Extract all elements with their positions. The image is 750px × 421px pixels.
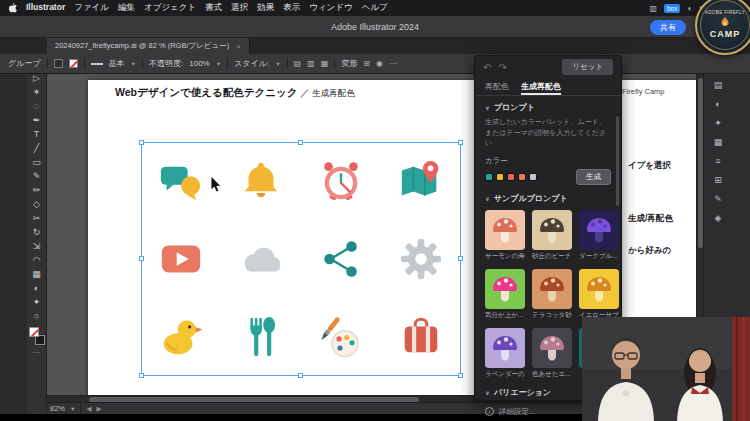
artboards-panel-icon[interactable]: ⊞ [711, 174, 725, 187]
menu-item-0[interactable]: Illustrator [26, 2, 65, 14]
width-tool-icon[interactable]: ◠ [29, 253, 45, 267]
sample-prompt-tile-6[interactable]: ラベンダーの風 [485, 328, 525, 379]
transform-link[interactable]: 変形 [341, 58, 357, 69]
artwork-gear-icon[interactable] [381, 220, 461, 298]
artwork-cloud-icon[interactable] [221, 220, 301, 298]
fill-stroke-indicator[interactable] [29, 327, 45, 345]
apple-icon[interactable] [8, 2, 17, 15]
menu-item-9[interactable]: ヘルプ [362, 2, 388, 14]
artwork-suitcase-icon[interactable] [381, 298, 461, 376]
menu-item-1[interactable]: ファイル [74, 2, 109, 14]
display-icon[interactable]: ▥ [649, 4, 657, 13]
palette-color-swatch-1[interactable] [496, 173, 504, 181]
scissors-tool-icon[interactable]: ✂ [29, 211, 45, 225]
sample-prompt-tile-1[interactable]: 砂丘のビーチ [532, 210, 572, 261]
palette-color-swatch-2[interactable] [507, 173, 515, 181]
magic-wand-tool-icon[interactable]: ✶ [29, 85, 45, 99]
artwork-alarm-icon[interactable] [301, 142, 381, 220]
shaper-tool-icon[interactable]: ◇ [29, 197, 45, 211]
zoom-level[interactable]: 82% [50, 404, 65, 413]
distribute-icon[interactable]: ▦ [321, 59, 329, 68]
pencil-tool-icon[interactable]: ✏ [29, 183, 45, 197]
sample-prompt-tile-3[interactable]: 気分が上が... [485, 269, 525, 320]
menu-item-4[interactable]: 書式 [205, 2, 222, 14]
control-center-icon[interactable]: ◐ [687, 4, 692, 13]
free-transform-tool-icon[interactable]: ▦ [29, 267, 45, 281]
samples-section-header[interactable]: ∨ サンプルプロンプト [475, 187, 621, 206]
fill-swatch[interactable] [54, 59, 63, 68]
symbols-panel-icon[interactable]: ◈ [711, 212, 725, 225]
artwork-chat-icon[interactable] [141, 142, 221, 220]
generate-button[interactable]: 生成 [576, 169, 611, 185]
type-tool-icon[interactable]: T [29, 127, 45, 141]
pen-tool-icon[interactable]: ✒ [29, 113, 45, 127]
reset-button[interactable]: リセット [562, 59, 613, 75]
palette-color-swatch-3[interactable] [518, 173, 526, 181]
panel-scrollbar[interactable] [616, 116, 619, 206]
undo-icon[interactable]: ↶ [483, 62, 491, 73]
menu-item-5[interactable]: 選択 [231, 2, 248, 14]
artwork-duck-icon[interactable] [141, 298, 221, 376]
sample-prompt-tile-5[interactable]: イエローサブ... [579, 269, 619, 320]
appearance-panel-icon[interactable]: ✦ [711, 117, 725, 130]
artwork-share-icon[interactable] [301, 220, 381, 298]
sample-prompt-tile-4[interactable]: テラコッタ砂漠 [532, 269, 572, 320]
sample-prompt-tile-0[interactable]: サーモンの寿司 [485, 210, 525, 261]
gradient-panel-icon[interactable]: ◐ [711, 98, 725, 111]
advanced-settings-link[interactable]: 詳細設定... [499, 407, 535, 417]
brushes-panel-icon[interactable]: ✎ [711, 193, 725, 206]
prompt-section-header[interactable]: ∨ プロンプト [475, 96, 621, 115]
artwork-play-icon[interactable] [141, 220, 221, 298]
scale-tool-icon[interactable]: ⇲ [29, 239, 45, 253]
palette-color-swatch-4[interactable] [529, 173, 537, 181]
redo-icon[interactable]: ↷ [498, 62, 506, 73]
palette-color-swatch-0[interactable] [485, 173, 493, 181]
isolate-icon[interactable]: ⊞ [363, 59, 370, 68]
prev-artboard-icon[interactable]: ◀ [86, 405, 91, 413]
more-options-icon[interactable]: ⋯ [389, 59, 397, 68]
menu-item-3[interactable]: オブジェクト [144, 2, 196, 14]
sample-prompt-tile-2[interactable]: ダークブル... [579, 210, 619, 261]
color-row: 生成 [475, 167, 621, 187]
artwork-map-icon[interactable] [381, 142, 461, 220]
divider [84, 58, 85, 69]
artboard-text-fragment-0: イプを選択 [628, 160, 671, 172]
recolor-icon[interactable]: ◉ [376, 59, 383, 68]
lasso-tool-icon[interactable]: ◌ [29, 99, 45, 113]
artwork-bell-icon[interactable] [221, 142, 301, 220]
align-vertical-icon[interactable]: ▥ [307, 59, 315, 68]
menu-item-7[interactable]: 表示 [283, 2, 300, 14]
gradient-tool-icon[interactable]: ◐ [29, 281, 45, 295]
toolbar-more-icon[interactable]: ⋯ [33, 348, 41, 357]
layers-panel-icon[interactable]: ▦ [711, 136, 725, 149]
align-panel-icon[interactable]: ≡ [711, 155, 725, 168]
artwork-palette-icon[interactable] [301, 298, 381, 376]
sample-prompt-tile-7[interactable]: 色あせたエ... [532, 328, 572, 379]
panel-tab-0[interactable]: 再配色 [485, 78, 509, 95]
zoom-tool-icon[interactable]: ○ [29, 309, 45, 323]
menu-item-8[interactable]: ウィンドウ [309, 2, 353, 14]
line-tool-icon[interactable]: ╱ [29, 141, 45, 155]
eyedropper-tool-icon[interactable]: ✦ [29, 295, 45, 309]
document-tab[interactable]: 20240927_fireflycamp.ai @ 82 % (RGB/プレビュ… [47, 38, 250, 54]
menu-item-6[interactable]: 効果 [257, 2, 274, 14]
rotate-tool-icon[interactable]: ↻ [29, 225, 45, 239]
paintbrush-tool-icon[interactable]: ✎ [29, 169, 45, 183]
mouse-cursor [210, 176, 222, 197]
fill-color-box[interactable] [29, 327, 39, 337]
align-horizontal-icon[interactable]: ▤ [294, 59, 302, 68]
box-icon[interactable]: box [664, 4, 680, 13]
panel-tab-1[interactable]: 生成再配色 [521, 78, 561, 95]
next-artboard-icon[interactable]: ▶ [96, 405, 101, 413]
properties-panel-icon[interactable]: ▤ [711, 79, 725, 92]
menu-item-2[interactable]: 編集 [118, 2, 135, 14]
profile-select[interactable]: 基本 [109, 58, 125, 69]
artboard-text-fragment-2: から好みの [628, 245, 671, 257]
tab-close-icon[interactable]: × [236, 42, 241, 51]
rectangle-tool-icon[interactable]: ▭ [29, 155, 45, 169]
info-icon[interactable]: i [485, 407, 494, 416]
artwork-cutlery-icon[interactable] [221, 298, 301, 376]
opacity-value[interactable]: 100% [189, 59, 209, 68]
stroke-swatch[interactable] [69, 59, 78, 68]
share-button[interactable]: 共有 [650, 20, 686, 35]
